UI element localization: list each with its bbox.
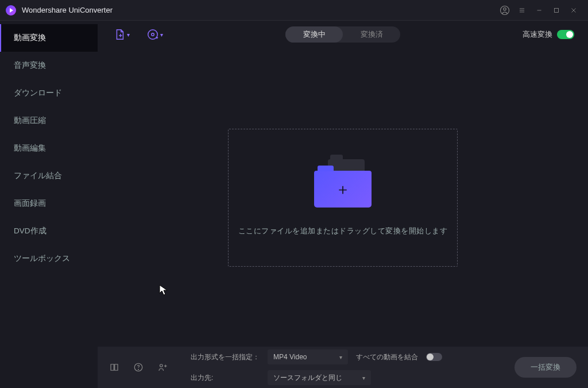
sidebar-item-merge[interactable]: ファイル結合: [0, 162, 98, 190]
sidebar-item-label: ファイル結合: [14, 171, 62, 181]
close-button[interactable]: [565, 2, 582, 19]
sidebar-item-compress[interactable]: 動画圧縮: [0, 107, 98, 135]
folder-icon: ＋: [314, 159, 372, 203]
tab-converting[interactable]: 変換中: [285, 26, 343, 43]
maximize-button[interactable]: [548, 2, 565, 19]
sidebar-item-download[interactable]: ダウンロード: [0, 79, 98, 107]
format-dropdown[interactable]: MP4 Video ▾: [268, 349, 348, 364]
dest-value: ソースフォルダと同じ: [273, 373, 342, 383]
svg-point-16: [138, 369, 139, 370]
minimize-button[interactable]: [531, 2, 548, 19]
sidebar-item-toolbox[interactable]: ツールボックス: [0, 245, 98, 272]
app-title: Wondershare UniConverter: [22, 6, 113, 14]
sidebar-item-label: 画面録画: [14, 198, 46, 209]
feedback-icon[interactable]: [157, 362, 168, 372]
svg-rect-6: [555, 8, 559, 12]
toolbar: ▾ ▾ 変換中 変換済 高速変換: [98, 21, 588, 48]
convert-all-button[interactable]: 一括変換: [514, 357, 577, 378]
chevron-down-icon: ▾: [339, 354, 342, 360]
dropzone-area: ＋ ここにファイルを追加またはドラッグして変換を開始します: [98, 48, 588, 347]
account-icon[interactable]: [496, 2, 513, 19]
svg-point-17: [160, 364, 163, 367]
tab-label: 変換済: [361, 30, 383, 40]
dest-dropdown[interactable]: ソースフォルダと同じ ▾: [268, 370, 371, 385]
sidebar-item-label: 音声変換: [14, 60, 46, 71]
sidebar-item-label: ツールボックス: [14, 253, 70, 264]
sidebar-item-dvd[interactable]: DVD作成: [0, 217, 98, 245]
sidebar-item-label: ダウンロード: [14, 88, 62, 98]
sidebar-item-label: DVD作成: [14, 226, 47, 236]
sidebar: 動画変換 音声変換 ダウンロード 動画圧縮 動画編集 ファイル結合 画面録画 D…: [0, 21, 98, 388]
sidebar-item-label: 動画編集: [14, 143, 46, 153]
sidebar-item-label: 動画変換: [14, 33, 46, 43]
speed-toggle[interactable]: [557, 30, 574, 39]
tab-label: 変換中: [303, 30, 326, 40]
plus-icon: ＋: [335, 182, 350, 197]
speed-label: 高速変換: [523, 30, 552, 40]
svg-point-12: [151, 33, 154, 36]
help-icon[interactable]: [133, 362, 144, 372]
merge-toggle[interactable]: [426, 353, 442, 361]
menu-icon[interactable]: [513, 2, 531, 19]
add-file-icon[interactable]: ▾: [111, 25, 131, 44]
sidebar-item-edit[interactable]: 動画編集: [0, 135, 98, 162]
file-dropzone[interactable]: ＋ ここにファイルを追加またはドラッグして変換を開始します: [228, 129, 458, 267]
bottom-bar: 出力形式を一括指定： MP4 Video ▾ すべての動画を結合 出力先: ソー…: [98, 347, 588, 388]
status-tabs: 変換中 変換済: [285, 26, 400, 43]
format-label: 出力形式を一括指定：: [191, 352, 260, 362]
tutorial-icon[interactable]: [109, 362, 119, 372]
merge-label: すべての動画を結合: [356, 352, 418, 362]
sidebar-item-audio-convert[interactable]: 音声変換: [0, 52, 98, 79]
convert-btn-label: 一括変換: [531, 362, 560, 372]
format-value: MP4 Video: [273, 353, 307, 361]
dest-label: 出力先:: [191, 373, 260, 383]
app-logo: [6, 5, 16, 16]
sidebar-item-label: 動画圧縮: [14, 116, 46, 126]
chevron-down-icon: ▾: [362, 375, 365, 381]
main-panel: ▾ ▾ 変換中 変換済 高速変換 ＋ ここにファイルを追加またはドラッグして変換…: [98, 21, 588, 388]
titlebar: Wondershare UniConverter: [0, 0, 588, 21]
dropzone-text: ここにファイルを追加またはドラッグして変換を開始します: [238, 226, 448, 236]
svg-point-1: [504, 7, 506, 10]
sidebar-item-record[interactable]: 画面録画: [0, 190, 98, 217]
sidebar-item-video-convert[interactable]: 動画変換: [0, 24, 98, 52]
tab-converted[interactable]: 変換済: [343, 26, 400, 43]
add-disc-icon[interactable]: ▾: [145, 25, 164, 44]
